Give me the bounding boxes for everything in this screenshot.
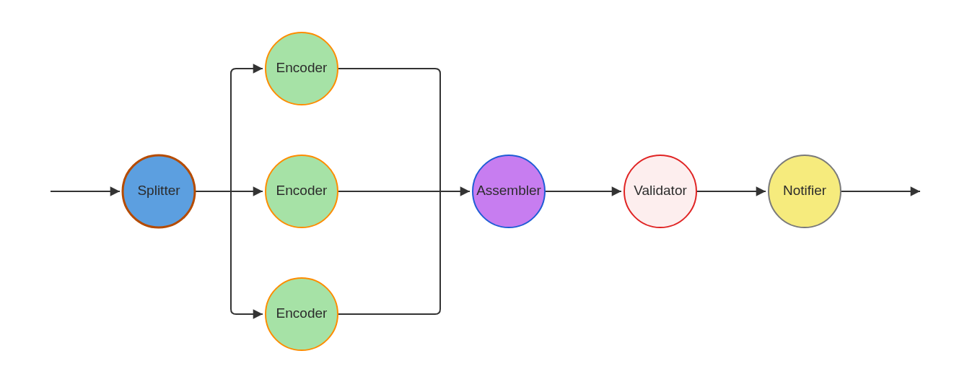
- node-encoder-1: Encoder: [266, 32, 338, 105]
- node-notifier: Notifier: [769, 155, 841, 227]
- edge-encoder3-assembler: [338, 191, 440, 314]
- node-validator: Validator: [624, 155, 696, 227]
- node-encoder-1-label: Encoder: [276, 60, 328, 75]
- node-splitter: Splitter: [123, 155, 195, 227]
- node-encoder-3-label: Encoder: [276, 305, 328, 321]
- edge-splitter-encoder3: [231, 191, 263, 314]
- node-validator-label: Validator: [634, 183, 687, 198]
- edge-splitter-encoder1: [231, 69, 263, 191]
- pipeline-diagram: Splitter Encoder Encoder Encoder Assembl…: [0, 0, 980, 382]
- node-encoder-3: Encoder: [266, 278, 338, 350]
- node-encoder-2: Encoder: [266, 155, 338, 227]
- node-splitter-label: Splitter: [137, 183, 180, 198]
- node-notifier-label: Notifier: [783, 183, 827, 198]
- node-encoder-2-label: Encoder: [276, 183, 328, 198]
- edge-encoder1-assembler: [338, 69, 440, 191]
- node-assembler-label: Assembler: [476, 183, 541, 198]
- node-assembler: Assembler: [473, 155, 545, 227]
